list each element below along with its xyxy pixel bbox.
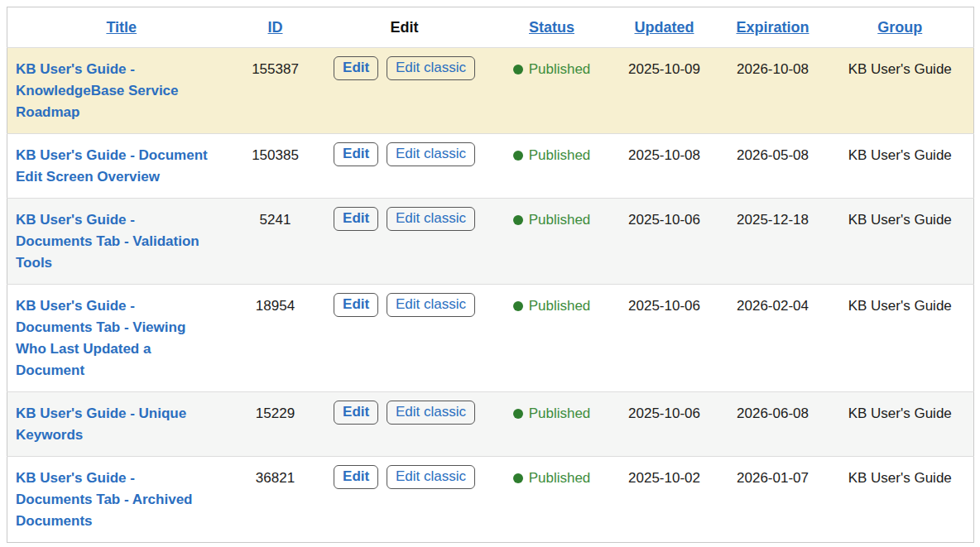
status-published-dot-icon [513,65,523,74]
edit-classic-button[interactable]: Edit classic [387,207,475,231]
status-published-dot-icon [513,215,523,225]
edit-button[interactable]: Edit [334,401,378,425]
table-header: Title ID Edit Status Updated Expiration … [7,7,974,48]
column-header-title: Title [7,7,236,48]
status-published-dot-icon [513,301,523,311]
expiration-date: 2026-10-08 [737,61,809,77]
updated-cell: 2025-10-08 [610,134,719,199]
table-row: KB User's Guide - Documents Tab - Viewin… [7,285,974,392]
expiration-cell: 2026-01-07 [719,457,827,543]
column-header-updated: Updated [610,7,719,48]
documents-table: Title ID Edit Status Updated Expiration … [7,7,974,543]
id-cell: 155387 [236,48,315,134]
status-cell: Published [494,48,610,134]
document-title-link[interactable]: KB User's Guide - Document Edit Screen O… [16,145,209,188]
sort-link-expiration[interactable]: Expiration [736,19,809,36]
status-cell: Published [494,457,610,543]
edit-button[interactable]: Edit [334,142,378,166]
document-title-link[interactable]: KB User's Guide - Documents Tab - Valida… [16,209,209,274]
column-header-expiration: Expiration [719,7,827,48]
expiration-date: 2026-02-04 [737,298,809,314]
status-label: Published [529,405,591,421]
group-cell: KB User's Guide [827,457,974,543]
updated-date: 2025-10-06 [628,298,700,314]
title-cell: KB User's Guide - Unique Keywords [7,392,236,457]
status-label: Published [529,61,591,77]
edit-classic-button[interactable]: Edit classic [387,56,475,80]
updated-cell: 2025-10-02 [610,457,719,543]
edit-button[interactable]: Edit [334,293,378,317]
updated-cell: 2025-10-09 [610,48,719,134]
expiration-cell: 2026-06-08 [719,392,827,457]
sort-link-updated[interactable]: Updated [635,19,694,36]
status-label: Published [529,212,591,228]
document-title-link[interactable]: KB User's Guide - Unique Keywords [16,403,209,446]
expiration-cell: 2026-05-08 [719,134,827,199]
table-row: KB User's Guide - Documents Tab - Valida… [7,199,974,285]
document-id: 155387 [252,61,299,77]
group-name: KB User's Guide [848,147,952,163]
status-cell: Published [494,392,610,457]
edit-cell: Edit Edit classic [315,134,494,199]
sort-link-status[interactable]: Status [529,19,574,36]
sort-link-title[interactable]: Title [106,19,137,36]
edit-button[interactable]: Edit [334,465,378,489]
edit-button[interactable]: Edit [334,207,378,231]
document-title-link[interactable]: KB User's Guide - Documents Tab - Viewin… [16,295,209,381]
status-label: Published [529,298,591,314]
updated-date: 2025-10-09 [628,61,700,77]
edit-cell: Edit Edit classic [315,199,494,285]
status-label: Published [529,470,591,486]
sort-link-id[interactable]: ID [268,19,283,36]
document-id: 36821 [256,470,295,486]
status-published-dot-icon [513,473,523,483]
title-cell: KB User's Guide - Documents Tab - Viewin… [7,285,236,392]
updated-date: 2025-10-02 [628,470,700,486]
table-row: KB User's Guide - KnowledgeBase Service … [7,48,974,134]
status-cell: Published [494,285,610,392]
expiration-cell: 2025-12-18 [719,199,827,285]
document-id: 5241 [260,212,291,228]
title-cell: KB User's Guide - Document Edit Screen O… [7,134,236,199]
status-cell: Published [494,199,610,285]
edit-button[interactable]: Edit [334,56,378,80]
group-name: KB User's Guide [848,405,952,421]
document-title-link[interactable]: KB User's Guide - KnowledgeBase Service … [16,59,209,123]
header-row: Title ID Edit Status Updated Expiration … [7,7,974,48]
document-id: 15229 [256,405,295,421]
document-title-link[interactable]: KB User's Guide - Documents Tab - Archiv… [16,468,209,532]
group-cell: KB User's Guide [827,199,974,285]
sort-link-group[interactable]: Group [877,19,922,36]
expiration-cell: 2026-10-08 [719,48,827,134]
status-cell: Published [494,134,610,199]
table-row: KB User's Guide - Document Edit Screen O… [7,134,974,199]
column-header-id: ID [236,7,315,48]
updated-cell: 2025-10-06 [610,285,719,392]
title-cell: KB User's Guide - Documents Tab - Valida… [7,199,236,285]
group-cell: KB User's Guide [827,48,974,134]
expiration-date: 2026-01-07 [737,470,809,486]
id-cell: 15229 [236,392,315,457]
group-name: KB User's Guide [848,298,952,314]
edit-cell: Edit Edit classic [315,457,494,543]
column-header-edit: Edit [315,7,494,48]
group-name: KB User's Guide [848,470,952,486]
status-label: Published [529,147,591,163]
id-cell: 36821 [236,457,315,543]
table-row: KB User's Guide - Documents Tab - Archiv… [7,457,974,543]
updated-cell: 2025-10-06 [610,199,719,285]
updated-date: 2025-10-06 [628,405,700,421]
edit-classic-button[interactable]: Edit classic [387,293,475,317]
edit-cell: Edit Edit classic [315,392,494,457]
id-cell: 150385 [236,134,315,199]
edit-classic-button[interactable]: Edit classic [387,465,475,489]
group-cell: KB User's Guide [827,285,974,392]
expiration-date: 2025-12-18 [737,212,809,228]
group-name: KB User's Guide [848,61,952,77]
group-cell: KB User's Guide [827,134,974,199]
updated-cell: 2025-10-06 [610,392,719,457]
expiration-date: 2026-05-08 [737,147,809,163]
edit-classic-button[interactable]: Edit classic [387,142,475,166]
status-published-dot-icon [513,409,523,419]
edit-classic-button[interactable]: Edit classic [387,401,475,425]
